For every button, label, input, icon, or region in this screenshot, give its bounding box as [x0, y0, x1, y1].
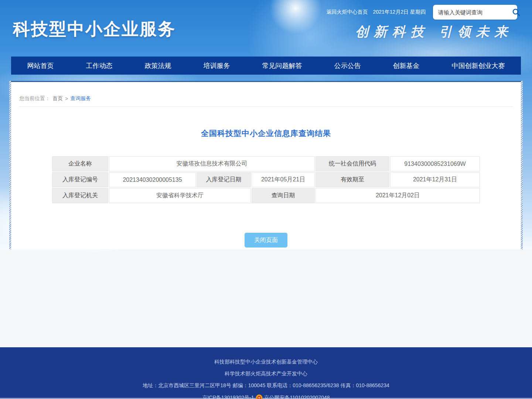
reg-date-value: 2021年05月21日: [252, 172, 315, 187]
police-record-number: 京公网安备11010202007048: [264, 395, 330, 399]
reg-authority-value: 安徽省科学技术厅: [109, 188, 251, 203]
nav-item-innovation-fund[interactable]: 创新基金: [390, 61, 423, 70]
torch-center-home-link[interactable]: 返回火炬中心首页: [327, 9, 368, 16]
reg-number-label: 入库登记编号: [52, 172, 108, 187]
breadcrumb: 您当前位置： 首页 > 查询服务: [11, 82, 521, 102]
query-date-value: 2021年12月02日: [316, 188, 480, 203]
police-badge-icon: [256, 394, 263, 399]
reg-date-label: 入库登记日期: [197, 172, 251, 187]
company-name-label: 企业名称: [52, 156, 108, 171]
footer-address-line: 地址：北京市西城区三里河二区甲18号 邮编：100045 联系电话：010-88…: [0, 382, 532, 389]
table-row: 入库登记编号 202134030200005135 入库登记日期 2021年05…: [52, 172, 480, 187]
footer-icp-line: 京ICP备13019302号-1 京公网安备11010202007048: [0, 394, 532, 399]
breadcrumb-current-link[interactable]: 查询服务: [70, 95, 91, 102]
page-title: 全国科技型中小企业信息库查询结果: [11, 128, 521, 139]
content-panel: 您当前位置： 首页 > 查询服务 全国科技型中小企业信息库查询结果 企业名称 安…: [11, 81, 521, 249]
content-spacer: [0, 249, 532, 347]
site-header: 科技型中小企业服务 返回火炬中心首页 2021年12月2日 星期四 创新科技 引…: [0, 0, 532, 57]
nav-item-competition[interactable]: 中国创新创业大赛: [449, 61, 508, 70]
nav-item-announcements[interactable]: 公示公告: [331, 61, 364, 70]
query-result-table: 企业名称 安徽塔孜信息技术有限公司 统一社会信用代码 9134030008523…: [51, 156, 481, 204]
nav-item-faq[interactable]: 常见问题解答: [259, 61, 305, 70]
main-navigation: 网站首页 工作动态 政策法规 培训服务 常见问题解答 公示公告 创新基金 中国创…: [11, 57, 521, 75]
top-utility-bar: 返回火炬中心首页 2021年12月2日 星期四: [327, 5, 517, 20]
nav-item-policies[interactable]: 政策法规: [142, 61, 174, 70]
nav-item-work-news[interactable]: 工作动态: [83, 61, 116, 70]
breadcrumb-prefix: 您当前位置：: [19, 95, 50, 102]
nav-item-home[interactable]: 网站首页: [24, 61, 57, 70]
icp-number: 京ICP备13019302号-1: [202, 395, 254, 399]
reg-authority-label: 入库登记机关: [52, 188, 108, 203]
close-page-button[interactable]: 关闭页面: [245, 233, 287, 248]
query-date-label: 查询日期: [252, 188, 315, 203]
breadcrumb-home-link[interactable]: 首页: [52, 95, 63, 102]
search-input[interactable]: [438, 9, 512, 16]
valid-until-value: 2021年12月31日: [390, 172, 480, 187]
credit-code-value: 91340300085231069W: [390, 156, 480, 171]
credit-code-label: 统一社会信用代码: [316, 156, 389, 171]
footer-org-line-1: 科技部科技型中小企业技术创新基金管理中心: [0, 359, 532, 365]
site-logo: 科技型中小企业服务: [13, 18, 176, 41]
site-footer: 科技部科技型中小企业技术创新基金管理中心 科学技术部火炬高技术产业开发中心 地址…: [0, 347, 532, 399]
current-date: 2021年12月2日 星期四: [373, 9, 426, 16]
company-name-value: 安徽塔孜信息技术有限公司: [109, 156, 315, 171]
search-box: [433, 5, 517, 20]
breadcrumb-separator: >: [65, 96, 68, 102]
breadcrumb-divider: [19, 106, 513, 107]
search-icon[interactable]: [512, 7, 521, 17]
reg-number-value: 202134030200005135: [109, 172, 196, 187]
footer-org-line-2: 科学技术部火炬高技术产业开发中心: [0, 371, 532, 377]
table-row: 企业名称 安徽塔孜信息技术有限公司 统一社会信用代码 9134030008523…: [52, 156, 480, 171]
header-slogan: 创新科技 引领未来: [355, 23, 513, 41]
nav-item-training[interactable]: 培训服务: [201, 61, 233, 70]
valid-until-label: 有效期至: [316, 172, 389, 187]
table-row: 入库登记机关 安徽省科学技术厅 查询日期 2021年12月02日: [52, 188, 480, 203]
